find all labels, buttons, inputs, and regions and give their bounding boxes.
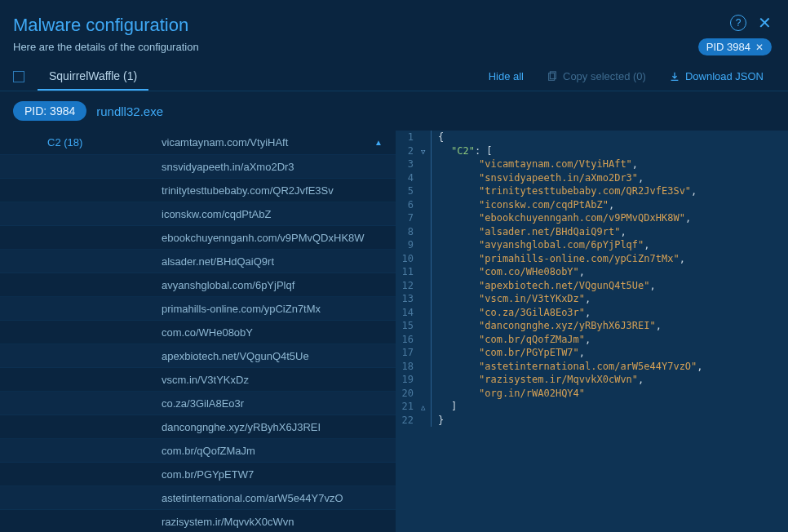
code-line: 2▽"C2": [ [396,144,788,158]
chevron-up-icon[interactable]: ▲ [374,138,383,147]
line-number: 13 [396,292,420,306]
fold-gutter [420,346,432,360]
list-item[interactable]: apexbiotech.net/VQgunQ4t5Ue [0,344,396,368]
line-number: 9 [396,238,420,252]
code-line: 1{ [396,131,788,144]
help-icon[interactable]: ? [730,15,746,31]
c2-list: snsvidyapeeth.in/aXmo2Dr3trinitytesttube… [0,155,396,532]
download-json-button[interactable]: Download JSON [657,70,775,82]
list-item[interactable]: ebookchuyennganh.com/v9PMvQDxHK8W [0,226,396,250]
code-text: { [432,131,444,144]
list-item[interactable]: alsader.net/BHdQaiQ9rt [0,250,396,273]
code-text: "com.br/PGYpETW7", [432,346,585,360]
line-number: 21 [396,400,420,414]
fold-gutter [420,225,432,239]
code-text: "apexbiotech.net/VQgunQ4t5Ue", [432,279,656,293]
list-item[interactable]: com.br/PGYpETW7 [0,463,396,486]
code-text: } [432,414,444,428]
tab-squirrelwaffle[interactable]: SquirrelWaffle (1) [38,63,148,91]
code-line: 11"com.co/WHe08obY", [396,265,788,279]
list-item[interactable]: avyanshglobal.com/6pYjPlqf [0,273,396,297]
code-line: 3"vicamtaynam.com/VtyiHAft", [396,157,788,171]
process-bar: PID: 3984 rundll32.exe [0,91,788,131]
close-icon[interactable]: ✕ [758,15,772,31]
header-right: ? ✕ [730,15,772,31]
list-item[interactable]: co.za/3GilA8Eo3r [0,392,396,415]
section-c2-header[interactable]: C2 (18) vicamtaynam.com/VtyiHAft ▲ [0,131,396,155]
code-line: 16"com.br/qQofZMaJm", [396,333,788,347]
line-number: 6 [396,198,420,212]
select-all-checkbox[interactable] [13,71,24,82]
code-line: 22} [396,414,788,428]
fold-gutter [420,157,432,171]
dialog-subtitle: Here are the details of the configuratio… [13,41,730,53]
content-area: C2 (18) vicamtaynam.com/VtyiHAft ▲ snsvi… [0,131,788,532]
fold-gutter [420,265,432,279]
pid-filter-badge[interactable]: PID 3984 ✕ [698,38,772,55]
line-number: 16 [396,333,420,347]
list-item[interactable]: com.br/qQofZMaJm [0,439,396,463]
code-text: "astetinternational.com/arW5e44Y7vzO", [432,360,703,374]
line-number: 11 [396,265,420,279]
code-line: 8"alsader.net/BHdQaiQ9rt", [396,225,788,239]
code-text: "primahills-online.com/ypCiZn7tMx", [432,252,685,266]
code-line: 17"com.br/PGYpETW7", [396,346,788,360]
code-text: "dancongnghe.xyz/yRByhX6J3REI", [432,319,662,333]
code-line: 7"ebookchuyennganh.com/v9PMvQDxHK8W", [396,211,788,225]
list-item[interactable]: primahills-online.com/ypCiZn7tMx [0,297,396,321]
line-number: 4 [396,171,420,185]
list-item[interactable]: dancongnghe.xyz/yRByhX6J3REI [0,415,396,439]
fold-gutter [420,306,432,320]
code-text: "com.co/WHe08obY", [432,265,585,279]
download-icon [669,71,680,82]
code-text: "vicamtaynam.com/VtyiHAft", [432,157,638,171]
code-text: "vscm.in/V3tYKxDz", [432,292,591,306]
line-number: 7 [396,211,420,225]
pid-pill[interactable]: PID: 3984 [13,101,86,121]
code-line: 21△] [396,400,788,414]
line-number: 12 [396,279,420,293]
code-line: 13"vscm.in/V3tYKxDz", [396,292,788,306]
code-text: "C2": [ [432,144,493,158]
list-item[interactable]: trinitytesttubebaby.com/QR2JvfE3Sv [0,179,396,202]
fold-gutter [420,387,432,401]
fold-gutter [420,373,432,387]
list-item[interactable]: vscm.in/V3tYKxDz [0,368,396,392]
fold-gutter [420,414,432,428]
fold-gutter [420,252,432,266]
code-text: "iconskw.com/cqdPtAbZ", [432,198,614,212]
fold-gutter [420,171,432,185]
hide-all-button[interactable]: Hide all [477,70,535,82]
list-item[interactable]: snsvidyapeeth.in/aXmo2Dr3 [0,155,396,179]
line-number: 20 [396,387,420,401]
line-number: 18 [396,360,420,374]
line-number: 22 [396,414,420,428]
section-label: C2 (18) [47,136,162,149]
dialog-header: Malware configuration Here are the detai… [0,0,788,61]
code-line: 20"org.in/rWA02HQY4" [396,387,788,401]
dialog-title: Malware configuration [13,15,730,36]
tab-label: SquirrelWaffle (1) [49,69,137,82]
code-text: "ebookchuyennganh.com/v9PMvQDxHK8W", [432,211,691,225]
list-item[interactable]: com.co/WHe08obY [0,321,396,344]
code-text: "alsader.net/BHdQaiQ9rt", [432,225,626,239]
remove-filter-icon[interactable]: ✕ [755,42,764,53]
copy-selected-button[interactable]: Copy selected (0) [535,70,657,82]
list-item[interactable]: iconskw.com/cqdPtAbZ [0,202,396,226]
section-first-value: vicamtaynam.com/VtyiHAft [162,136,370,149]
fold-icon[interactable]: △ [421,401,430,410]
code-line: 5"trinitytesttubebaby.com/QR2JvfE3Sv", [396,184,788,198]
code-line: 19"razisystem.ir/MqvvkX0cWvn", [396,373,788,387]
fold-gutter [420,333,432,347]
fold-gutter: ▽ [420,144,432,158]
line-number: 8 [396,225,420,239]
json-viewer[interactable]: 1{2▽"C2": [3"vicamtaynam.com/VtyiHAft",4… [396,131,788,532]
code-line: 18"astetinternational.com/arW5e44Y7vzO", [396,360,788,374]
fold-gutter [420,184,432,198]
fold-icon[interactable]: ▽ [421,145,430,154]
list-item[interactable]: astetinternational.com/arW5e44Y7vzO [0,486,396,510]
line-number: 10 [396,252,420,266]
fold-gutter: △ [420,400,432,414]
list-item[interactable]: razisystem.ir/MqvvkX0cWvn [0,510,396,532]
fold-gutter [420,131,432,144]
